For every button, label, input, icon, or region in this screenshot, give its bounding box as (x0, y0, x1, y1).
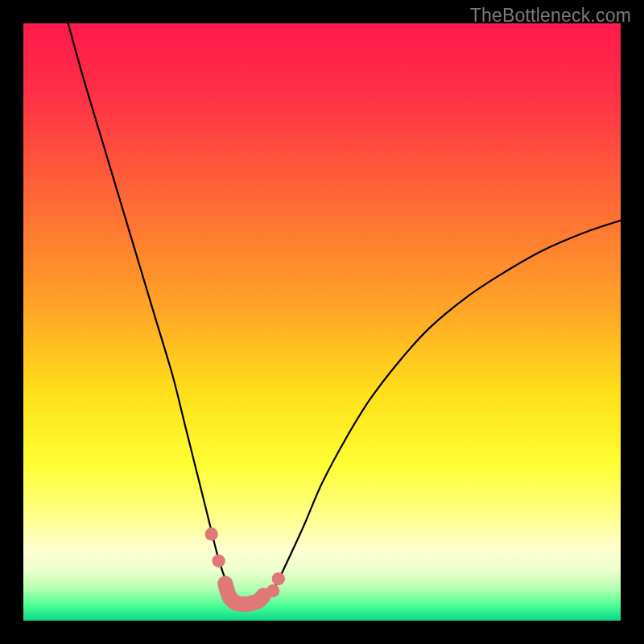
trough-band (225, 584, 263, 604)
curve-layer (23, 23, 621, 621)
marker-right-lower (266, 584, 279, 597)
data-markers (205, 527, 285, 597)
marker-left-upper (205, 527, 218, 540)
bottleneck-curve (68, 23, 621, 603)
marker-left-lower (212, 555, 225, 568)
watermark-text: TheBottleneck.com (470, 5, 631, 27)
marker-right-upper (272, 572, 285, 585)
chart-frame: TheBottleneck.com (0, 0, 644, 644)
plot-area (23, 23, 621, 621)
